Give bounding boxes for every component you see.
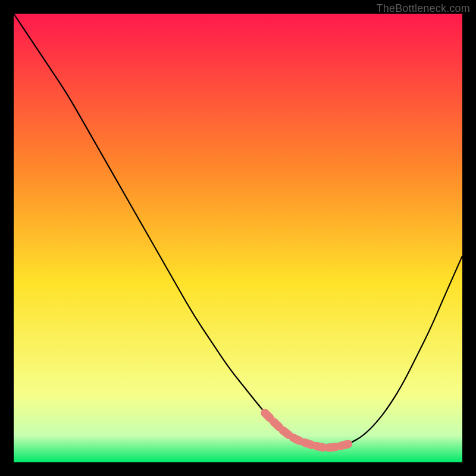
optimal-range-highlight bbox=[265, 413, 350, 447]
plot-area bbox=[14, 14, 462, 462]
watermark-text: TheBottleneck.com bbox=[377, 2, 470, 15]
curve-layer bbox=[14, 14, 462, 462]
bottleneck-curve bbox=[14, 14, 462, 447]
chart-frame: { "watermark": "TheBottleneck.com", "col… bbox=[0, 0, 476, 476]
